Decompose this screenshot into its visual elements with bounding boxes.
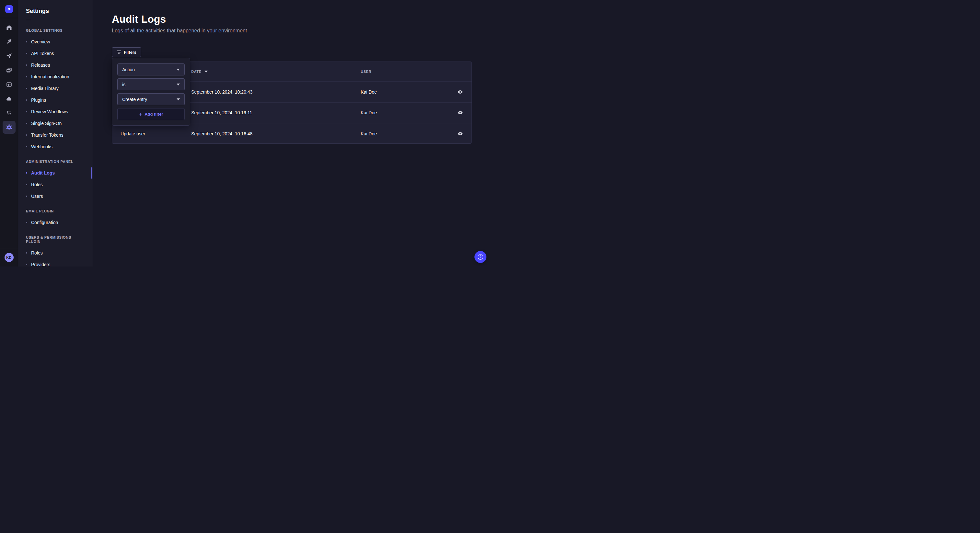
- rail-icon-list: [0, 18, 18, 134]
- sidebar-item-up-providers[interactable]: Providers: [18, 259, 93, 266]
- column-header-date[interactable]: DATE: [191, 70, 361, 73]
- bullet-icon: [26, 172, 27, 174]
- strapi-logo[interactable]: [5, 5, 13, 13]
- bullet-icon: [26, 222, 27, 223]
- help-button[interactable]: ?: [474, 251, 487, 263]
- bullet-icon: [26, 146, 27, 148]
- chevron-down-icon: [177, 84, 180, 86]
- logo-area: [0, 0, 18, 18]
- filter-popover: Action is Create entry + Add filter: [112, 58, 190, 125]
- sidebar-item-email-configuration[interactable]: Configuration: [18, 217, 93, 228]
- page-title: Audit Logs: [112, 13, 247, 25]
- sidebar-item-webhooks[interactable]: Webhooks: [18, 141, 93, 152]
- sidebar-item-admin-users[interactable]: Users: [18, 190, 93, 202]
- sidebar-item-admin-roles[interactable]: Roles: [18, 179, 93, 190]
- cell-date: September 10, 2024, 10:19:11: [191, 110, 361, 115]
- cell-user: Kai Doe: [361, 89, 449, 95]
- main-nav-rail: KD: [0, 0, 18, 266]
- settings-nav: GLOBAL SETTINGS Overview API Tokens Rele…: [18, 29, 93, 266]
- bullet-icon: [26, 195, 27, 197]
- section-label: GLOBAL SETTINGS: [18, 29, 93, 33]
- settings-sidebar: Settings GLOBAL SETTINGS Overview API To…: [18, 0, 93, 266]
- question-mark-icon: ?: [478, 254, 483, 260]
- bullet-icon: [26, 111, 27, 113]
- sidebar-item-audit-logs[interactable]: Audit Logs: [18, 167, 93, 179]
- cell-user: Kai Doe: [361, 110, 449, 115]
- page-subtitle: Logs of all the activities that happened…: [112, 28, 247, 34]
- chevron-down-icon: [177, 69, 180, 71]
- bullet-icon: [26, 88, 27, 89]
- sidebar-item-transfer-tokens[interactable]: Transfer Tokens: [18, 129, 93, 141]
- filters-button[interactable]: Filters: [112, 47, 141, 57]
- cell-date: September 10, 2024, 10:20:43: [191, 89, 361, 95]
- plus-icon: +: [139, 112, 142, 117]
- view-details-eye-icon[interactable]: [449, 131, 471, 136]
- chevron-down-icon: [177, 98, 180, 100]
- add-filter-label: Add filter: [145, 112, 163, 117]
- table-row[interactable]: Update user September 10, 2024, 10:16:48…: [112, 123, 471, 144]
- bullet-icon: [26, 134, 27, 136]
- section-label: EMAIL PLUGIN: [18, 209, 93, 213]
- cart-icon[interactable]: [3, 106, 16, 119]
- cloud-icon[interactable]: [3, 92, 16, 105]
- add-filter-button[interactable]: + Add filter: [117, 108, 185, 120]
- sort-desc-icon: [205, 71, 208, 73]
- layout-icon[interactable]: [3, 78, 16, 91]
- view-details-eye-icon[interactable]: [449, 89, 471, 95]
- sidebar-item-plugins[interactable]: Plugins: [18, 94, 93, 106]
- strapi-logo-icon: [6, 6, 12, 12]
- section-label: ADMINISTRATION PANEL: [18, 160, 93, 164]
- sidebar-item-review-workflows[interactable]: Review Workflows: [18, 106, 93, 117]
- user-avatar[interactable]: KD: [5, 253, 14, 262]
- column-header-user: USER: [361, 70, 449, 73]
- bullet-icon: [26, 53, 27, 54]
- bullet-icon: [26, 99, 27, 101]
- filter-icon: [117, 51, 121, 54]
- bullet-icon: [26, 41, 27, 43]
- main-content: Audit Logs Logs of all the activities th…: [93, 0, 490, 266]
- bullet-icon: [26, 65, 27, 66]
- filter-field-select[interactable]: Action: [117, 63, 185, 75]
- settings-gear-icon[interactable]: [3, 121, 16, 134]
- sidebar-item-up-roles[interactable]: Roles: [18, 247, 93, 259]
- filters-button-label: Filters: [124, 50, 137, 55]
- sidebar-item-internationalization[interactable]: Internationalization: [18, 71, 93, 82]
- rail-user-area: KD: [0, 248, 18, 266]
- cell-user: Kai Doe: [361, 131, 449, 136]
- sidebar-item-overview[interactable]: Overview: [18, 36, 93, 48]
- bullet-icon: [26, 184, 27, 185]
- bullet-icon: [26, 264, 27, 265]
- sidebar-title: Settings: [26, 8, 85, 14]
- media-library-icon[interactable]: [3, 64, 16, 77]
- section-administration-panel: ADMINISTRATION PANEL Audit Logs Roles Us…: [18, 160, 93, 202]
- filter-value-select[interactable]: Create entry: [117, 93, 185, 105]
- section-users-permissions-plugin: USERS & PERMISSIONS PLUGIN Roles Provide…: [18, 235, 93, 266]
- bullet-icon: [26, 123, 27, 124]
- bullet-icon: [26, 76, 27, 78]
- filter-operator-select[interactable]: is: [117, 78, 185, 90]
- home-icon[interactable]: [3, 21, 16, 34]
- sidebar-item-media-library[interactable]: Media Library: [18, 82, 93, 94]
- cell-date: September 10, 2024, 10:16:48: [191, 131, 361, 136]
- section-email-plugin: EMAIL PLUGIN Configuration: [18, 209, 93, 228]
- sidebar-item-api-tokens[interactable]: API Tokens: [18, 48, 93, 59]
- cell-action: Update user: [112, 131, 191, 136]
- page-header: Audit Logs Logs of all the activities th…: [112, 13, 247, 34]
- section-global-settings: GLOBAL SETTINGS Overview API Tokens Rele…: [18, 29, 93, 152]
- section-label: USERS & PERMISSIONS PLUGIN: [18, 235, 93, 244]
- sidebar-title-divider: [26, 20, 31, 20]
- sidebar-item-releases[interactable]: Releases: [18, 59, 93, 71]
- feather-icon[interactable]: [3, 35, 16, 48]
- paper-plane-icon[interactable]: [3, 49, 16, 62]
- sidebar-item-single-sign-on[interactable]: Single Sign-On: [18, 117, 93, 129]
- view-details-eye-icon[interactable]: [449, 110, 471, 116]
- bullet-icon: [26, 252, 27, 254]
